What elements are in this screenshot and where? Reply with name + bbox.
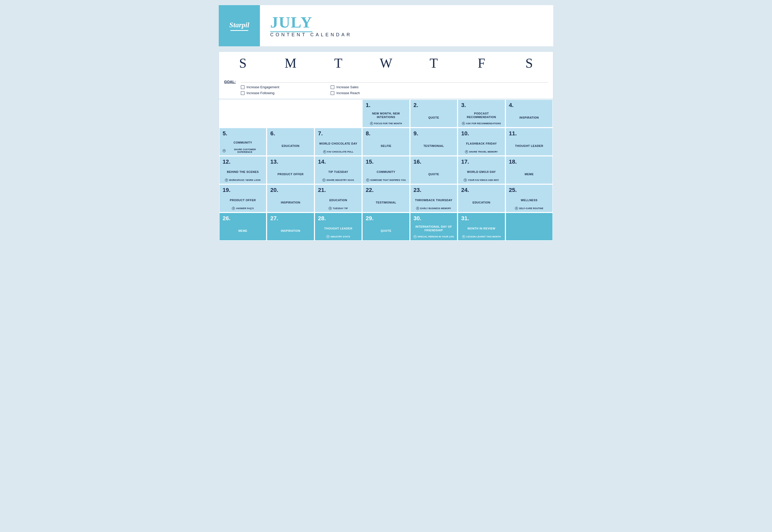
day-3: 3. PODCAST RECOMMENDATION + ASK FOR RECO… [458,99,505,128]
day-13: 13. PRODUCT OFFER [267,156,314,184]
day-19-number: 19. [223,187,263,193]
day-5-title: COMMUNITY [223,138,263,147]
day-9: 9. TESTIMONIAL [410,128,458,156]
checkbox-reach[interactable] [331,91,334,95]
header: Starpil JULY CONTENT CALENDAR [219,5,553,46]
day-11-number: 11. [509,131,549,136]
goal-check-reach[interactable]: Increase Reach [331,91,360,95]
day-14-title: TIP TUESDAY [318,167,358,177]
plus-icon-3: + [462,122,465,125]
goal-check-sales[interactable]: Increase Sales [331,85,360,89]
month-text: JULY [270,13,312,32]
day-15-title: COMMUNITY [366,167,406,177]
day-17-number: 17. [461,159,502,165]
day-10-title: FLASHBACK FRIDAY [461,138,502,149]
day-22-number: 22. [366,187,406,193]
goal-following-label: Increase Following [247,91,274,95]
day-16-number: 16. [414,159,454,165]
day-30-subtitle: + SPECIAL PERSON IN YOUR LIFE [414,234,454,238]
day-2: 2. QUOTE [410,99,458,128]
day-9-number: 9. [414,131,454,136]
day-26: 26. MEME [219,212,267,241]
day-8-title: SELFIE [366,138,406,153]
goal-checks-right: Increase Sales Increase Reach [331,85,360,95]
day-30-title: INTERNATIONAL DAY OF FRIENDSHIP [414,223,454,234]
plus-icon-14: + [322,179,326,182]
day-14-number: 14. [318,159,358,165]
day-9-title: TESTIMONIAL [414,138,454,153]
day-30-number: 30. [414,216,454,221]
goal-row: GOAL: Increase Engagement Increase Follo… [219,75,553,99]
day-header-wed: W [362,52,410,75]
day-19-subtitle: + ANSWER FAQ'S [223,205,263,210]
day-13-title: PRODUCT OFFER [270,167,311,182]
plus-icon-21: + [329,207,332,210]
day-6: 6. EDUCATION [267,128,314,156]
day-14-subtitle: + SHARE INDUSTRY HACK [318,177,358,182]
plus-icon-12: + [225,179,228,182]
day-12: 12. BEHIND THE SCENES + WORKSPACE / WORK… [219,156,267,184]
day-5-subtitle: + SHARE CUSTOMER EXPERIENCE [223,147,263,153]
goal-reach-label: Increase Reach [336,91,360,95]
day-23-subtitle: + EARLY BUSINESS MEMORY [414,205,454,210]
day-24: 24. EDUCATION [458,184,505,212]
day-13-number: 13. [270,159,311,165]
day-26-number: 26. [223,216,263,221]
day-28-subtitle: + INDUSTRY STATS [318,234,358,238]
goal-label: GOAL: [224,80,236,84]
day-21-subtitle: + TUESDAY TIP [318,205,358,210]
plus-icon-19: + [232,207,235,210]
empty-cell-end [505,212,553,241]
day-25: 25. WELLNESS + SELF-CARE ROUTINE [505,184,553,212]
day-header-sun: S [219,52,267,75]
day-7-title: WORLD CHOCOLATE DAY [318,138,358,149]
goal-check-engagement[interactable]: Increase Engagement [241,85,279,89]
day-27-number: 27. [270,216,311,221]
calendar: S M T W T F S GOAL: Increase Engagement … [219,51,553,241]
day-6-number: 6. [270,131,311,136]
checkbox-sales[interactable] [331,85,334,89]
day-17: 17. WORLD EMOJI DAY + YOUR FAV EMOJI AND… [458,156,505,184]
plus-icon-25: + [515,207,518,210]
plus-icon-23: + [416,207,419,210]
day-3-title: PODCAST RECOMMENDATION [461,110,502,120]
day-7: 7. WORLD CHOCOLATE DAY + FAV CHOCOLATE P… [314,128,362,156]
plus-icon-15: + [366,179,369,182]
day-14: 14. TIP TUESDAY + SHARE INDUSTRY HACK [314,156,362,184]
day-3-subtitle: + ASK FOR RECOMMENDATIONS [461,120,502,125]
day-27-title: INSPIRATION [270,223,311,238]
goal-check-following[interactable]: Increase Following [241,91,279,95]
day-24-title: EDUCATION [461,195,502,210]
day-28-number: 28. [318,216,358,221]
day-17-subtitle: + YOUR FAV EMOJI AND WHY [461,177,502,182]
day-18: 18. MEME [505,156,553,184]
day-17-title: WORLD EMOJI DAY [461,167,502,177]
title-box: JULY CONTENT CALENDAR [260,5,553,46]
day-25-number: 25. [509,187,549,193]
day-23-title: THROWBACK THURSDAY [414,195,454,205]
day-15: 15. COMMUNITY + SOMEONE THAT INSPIRES YO… [362,156,410,184]
day-header-tue: T [314,52,362,75]
day-1-number: 1. [366,102,406,108]
goal-engagement-label: Increase Engagement [247,85,279,89]
day-30: 30. INTERNATIONAL DAY OF FRIENDSHIP + SP… [410,212,458,241]
checkbox-following[interactable] [241,91,244,95]
day-31-number: 31. [461,216,502,221]
day-header-sat: S [505,52,553,75]
day-2-number: 2. [414,102,454,108]
page-wrapper: Starpil JULY CONTENT CALENDAR S M T W T … [219,5,553,241]
plus-icon-30: + [414,235,417,238]
day-21-title: EDUCATION [318,195,358,205]
checkbox-engagement[interactable] [241,85,244,89]
day-29-number: 29. [366,216,406,221]
calendar-subtitle: CONTENT CALENDAR [270,32,543,38]
day-7-subtitle: + FAV CHOCOLATE POLL [318,149,358,153]
day-19-title: PRODUCT OFFER [223,195,263,205]
plus-icon-5: + [223,149,226,152]
empty-cell-3 [314,99,362,128]
day-3-number: 3. [461,102,502,108]
day-26-title: MEME [223,223,263,238]
day-24-number: 24. [461,187,502,193]
logo-box: Starpil [219,5,260,46]
calendar-grid: 1. NEW MONTH, NEW INTENTIONS + FOCUS FOR… [219,99,553,241]
